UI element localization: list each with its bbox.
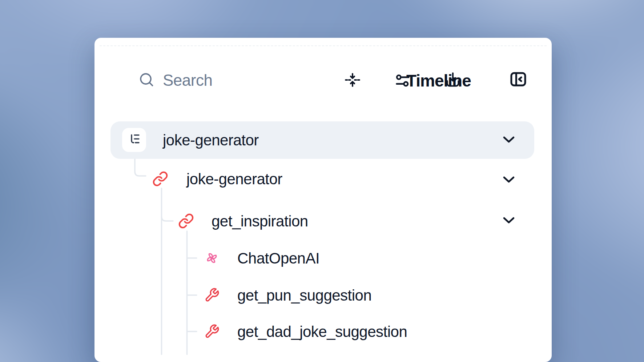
chevron-down-icon[interactable] bbox=[503, 217, 515, 224]
tree-row-label[interactable]: joke-generator bbox=[186, 172, 282, 187]
link-icon bbox=[178, 213, 194, 229]
tree-row-label[interactable]: ChatOpenAI bbox=[237, 251, 319, 266]
link-icon bbox=[152, 171, 168, 187]
chevron-down-icon[interactable] bbox=[503, 136, 515, 143]
chevron-down-icon[interactable] bbox=[503, 176, 515, 183]
trace-tree: joke-generator joke-generator bbox=[94, 38, 552, 362]
trace-panel: Search bbox=[94, 38, 552, 362]
tree-row-label[interactable]: get_inspiration bbox=[212, 214, 308, 229]
pinwheel-icon bbox=[204, 250, 220, 266]
wrench-icon bbox=[204, 324, 220, 339]
root-badge bbox=[122, 128, 146, 152]
tree-guide-lines bbox=[94, 38, 552, 362]
tree-row-label[interactable]: joke-generator bbox=[163, 133, 259, 148]
list-tree-icon bbox=[127, 132, 141, 148]
tree-row-label[interactable]: get_dad_joke_suggestion bbox=[237, 324, 407, 339]
wrench-icon bbox=[204, 287, 220, 303]
tree-row-label[interactable]: get_pun_suggestion bbox=[237, 288, 371, 303]
